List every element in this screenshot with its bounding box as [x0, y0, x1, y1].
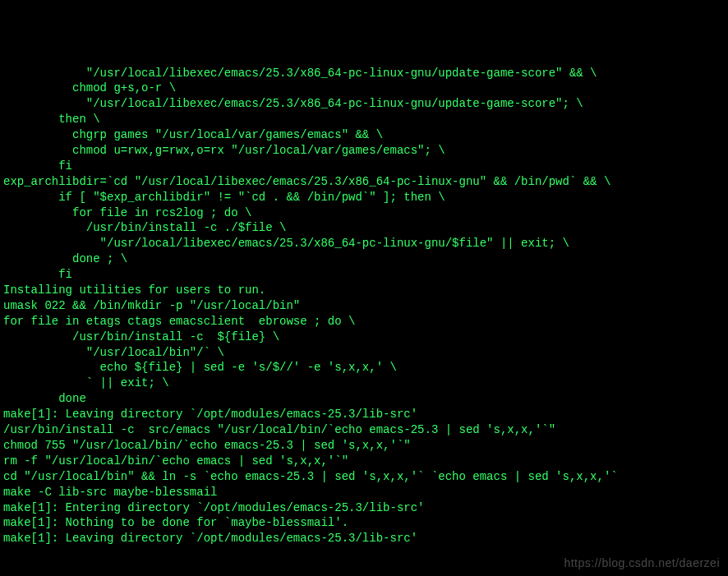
terminal-line: chgrp games "/usr/local/var/games/emacs"…: [3, 127, 725, 143]
terminal-line: make -C lib-src maybe-blessmail: [3, 485, 725, 500]
terminal-line: /usr/bin/install -c ./$file \: [3, 220, 725, 236]
terminal-line: exp_archlibdir=`cd "/usr/local/libexec/e…: [3, 174, 725, 190]
terminal-line: "/usr/local/libexec/emacs/25.3/x86_64-pc…: [3, 96, 725, 112]
terminal-line: umask 022 && /bin/mkdir -p "/usr/local/b…: [3, 298, 725, 314]
terminal-line: "/usr/local/libexec/emacs/25.3/x86_64-pc…: [3, 66, 725, 81]
terminal-line: Installing utilities for users to run.: [3, 283, 725, 298]
terminal-line: if [ "$exp_archlibdir" != "`cd . && /bin…: [3, 190, 725, 205]
terminal-line: then \: [3, 112, 725, 127]
terminal-line: make[1]: Entering directory `/opt/module…: [3, 500, 725, 516]
terminal-line: rm -f "/usr/local/bin/`echo emacs | sed …: [3, 454, 725, 469]
terminal-line: for file in etags ctags emacsclient ebro…: [3, 314, 725, 329]
terminal-line: chmod g+s,o-r \: [3, 81, 725, 96]
terminal-line: make[1]: Leaving directory `/opt/modules…: [3, 407, 725, 422]
terminal-line: done ; \: [3, 251, 725, 267]
terminal-line: done: [3, 391, 725, 407]
terminal-line: chmod u=rwx,g=rwx,o=rx "/usr/local/var/g…: [3, 143, 725, 159]
terminal-line: /usr/bin/install -c ${file} \: [3, 329, 725, 345]
terminal-line: fi: [3, 267, 725, 283]
terminal-line: for file in rcs2log ; do \: [3, 205, 725, 221]
terminal-line: make[1]: Leaving directory `/opt/modules…: [3, 531, 725, 546]
terminal-line: "/usr/local/libexec/emacs/25.3/x86_64-pc…: [3, 236, 725, 251]
terminal-line: ` || exit; \: [3, 376, 725, 391]
terminal-line: fi: [3, 159, 725, 174]
watermark-text: https://blog.csdn.net/daerzei: [564, 555, 720, 571]
terminal-line: chmod 755 "/usr/local/bin/`echo emacs-25…: [3, 438, 725, 454]
terminal-line: /usr/bin/install -c src/emacs "/usr/loca…: [3, 422, 725, 438]
terminal-line: cd "/usr/local/bin" && ln -s `echo emacs…: [3, 469, 725, 485]
terminal-line: echo ${file} | sed -e 's/$//' -e 's,x,x,…: [3, 360, 725, 376]
terminal-line: make[1]: Nothing to be done for `maybe-b…: [3, 515, 725, 531]
terminal-output[interactable]: "/usr/local/libexec/emacs/25.3/x86_64-pc…: [3, 66, 725, 547]
terminal-line: "/usr/local/bin"/` \: [3, 345, 725, 361]
